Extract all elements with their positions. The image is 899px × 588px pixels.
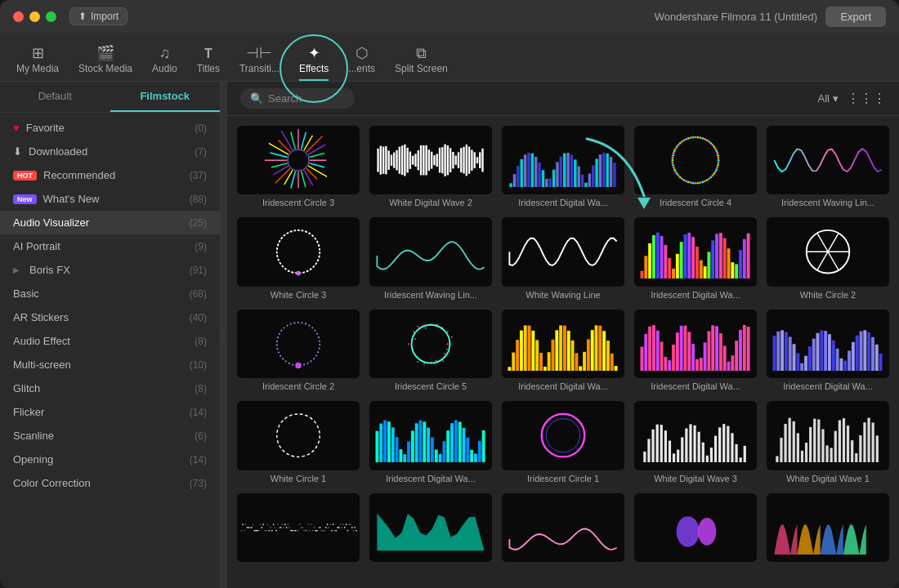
sidebar-item-opening[interactable]: Opening (14) (0, 448, 220, 471)
effect-card-13[interactable]: Iridescent Digital Wa... (502, 310, 624, 391)
favorite-label: Favorite (26, 122, 65, 134)
sidebar-item-recommended[interactable]: HOT Recommended (37) (0, 163, 220, 187)
tab-default[interactable]: Default (0, 82, 110, 112)
sidebar-item-ar-stickers[interactable]: AR Stickers (40) (0, 305, 220, 329)
svg-rect-240 (555, 330, 558, 371)
svg-rect-434 (288, 527, 289, 528)
effect-card-7[interactable]: Iridescent Waving Lin... (369, 217, 492, 299)
effect-card-11[interactable]: Iridescent Circle 2 (237, 310, 360, 391)
effect-card-4[interactable]: Iridescent Circle 4 (634, 126, 757, 207)
sidebar-item-audio-effect[interactable]: Audio Effect (8) (0, 329, 220, 353)
minimize-button[interactable] (29, 11, 40, 22)
sidebar-item-glitch[interactable]: Glitch (8) (0, 376, 220, 400)
search-box[interactable]: 🔍 Search (240, 88, 355, 109)
svg-rect-472 (344, 527, 345, 528)
nav-stock-media[interactable]: 🎬 Stock Media (78, 46, 132, 81)
effect-label-13: Iridescent Digital Wa... (502, 381, 624, 391)
grid-view-button[interactable]: ⋮⋮⋮ (847, 91, 886, 106)
svg-rect-467 (337, 527, 338, 528)
nav-elements[interactable]: ⬡ ...ents (348, 46, 375, 81)
sidebar-item-flicker[interactable]: Flicker (14) (0, 400, 220, 424)
sidebar-item-basic[interactable]: Basic (68) (0, 282, 220, 305)
import-button[interactable]: ⬆ Import (69, 7, 127, 25)
effect-card-8[interactable]: White Waving Line (502, 217, 624, 299)
svg-rect-370 (731, 433, 733, 462)
svg-rect-385 (817, 420, 820, 462)
svg-rect-410 (254, 530, 255, 531)
svg-rect-463 (331, 530, 332, 531)
svg-rect-447 (308, 523, 309, 524)
effect-thumbnail-16 (237, 401, 360, 470)
maximize-button[interactable] (46, 11, 56, 22)
svg-rect-351 (651, 430, 654, 462)
effect-card-24[interactable] (634, 493, 757, 565)
effect-thumbnail-17 (369, 401, 492, 470)
effect-card-17[interactable]: Iridescent Digital Wa... (369, 401, 492, 483)
nav-titles[interactable]: T Titles (197, 47, 220, 81)
sidebar-item-whats-new[interactable]: New What's New (88) (0, 187, 220, 211)
svg-rect-470 (342, 527, 342, 528)
sidebar-item-downloaded[interactable]: ⬇ Downloaded (7) (0, 140, 220, 163)
svg-rect-63 (474, 152, 476, 168)
sidebar-item-color-correction[interactable]: Color Correction (73) (0, 471, 220, 495)
effect-thumbnail-2 (369, 126, 492, 194)
svg-rect-268 (684, 325, 687, 370)
effect-card-12[interactable]: Iridescent Circle 5 (369, 310, 492, 391)
nav-audio[interactable]: ♫ Audio (152, 46, 177, 81)
effect-card-9[interactable]: Iridescent Digital Wa... (634, 217, 757, 299)
nav-split-screen[interactable]: ⧉ Split Screen (395, 46, 448, 81)
effect-card-21[interactable] (237, 493, 360, 565)
effect-card-16[interactable]: White Circle 1 (237, 401, 360, 483)
tab-filmstock[interactable]: Filmstock (110, 82, 221, 112)
svg-rect-482 (502, 493, 624, 562)
effect-card-6[interactable]: White Circle 3 (237, 217, 360, 299)
sidebar-item-multi-screen[interactable]: Multi-screen (10) (0, 353, 220, 376)
search-placeholder: Search (268, 92, 302, 105)
import-label: Import (91, 11, 119, 22)
effect-card-15[interactable]: Iridescent Digital Wa... (767, 310, 889, 391)
svg-point-144 (695, 136, 697, 139)
effect-label-14: Iridescent Digital Wa... (634, 381, 757, 391)
effect-card-14[interactable]: Iridescent Digital Wa... (634, 310, 757, 391)
sidebar-item-boris-fx[interactable]: ▶ Boris FX (91) (0, 258, 220, 282)
effect-thumbnail-4 (634, 126, 757, 194)
sidebar-item-audio-visualizer[interactable]: Audio Visualizer (25) (0, 211, 220, 234)
close-button[interactable] (13, 11, 24, 22)
effect-card-1[interactable]: Iridescent Circle 3 (237, 126, 360, 207)
effect-card-3[interactable]: Iridescent Digital Wa... (502, 126, 624, 207)
sidebar-item-ai-portrait[interactable]: AI Portrait (9) (0, 234, 220, 258)
svg-rect-91 (592, 166, 594, 187)
svg-point-141 (687, 137, 690, 140)
svg-point-162 (296, 271, 301, 276)
nav-effects[interactable]: ✦ Effects (299, 46, 329, 81)
sidebar-item-scanline[interactable]: Scanline (6) (0, 424, 220, 448)
nav-my-media[interactable]: ⊞ My Media (16, 46, 59, 81)
effect-card-18[interactable]: Iridescent Circle 1 (502, 401, 624, 483)
svg-rect-453 (316, 530, 317, 531)
svg-rect-422 (271, 530, 272, 531)
effect-card-10[interactable]: White Circle 2 (767, 217, 889, 299)
boris-fx-label: Boris FX (29, 264, 70, 276)
svg-rect-329 (423, 421, 426, 462)
svg-rect-41 (414, 154, 416, 167)
nav-transitions[interactable]: ⊣⊢ Transiti... (239, 46, 280, 81)
elements-label: ...ents (348, 63, 375, 74)
effect-card-25[interactable] (767, 493, 889, 565)
svg-point-154 (714, 148, 717, 150)
effect-card-19[interactable]: White Digital Wave 3 (634, 401, 757, 483)
effect-thumbnail-3 (502, 126, 624, 194)
effect-card-2[interactable]: White Digital Wave 2 (369, 126, 492, 207)
export-button[interactable]: Export (825, 7, 886, 27)
effect-card-5[interactable]: Iridescent Waving Lin... (767, 126, 889, 207)
sidebar-item-favorite[interactable]: ♥ Favorite (0) (0, 116, 220, 140)
svg-rect-376 (780, 438, 782, 462)
all-dropdown[interactable]: All ▾ (818, 92, 839, 105)
svg-point-140 (685, 138, 687, 140)
effect-card-22[interactable] (369, 493, 492, 565)
svg-rect-288 (780, 330, 784, 371)
effect-card-23[interactable] (502, 493, 624, 565)
effect-card-20[interactable]: White Digital Wave 1 (767, 401, 889, 483)
svg-rect-299 (824, 331, 827, 371)
svg-rect-340 (466, 438, 469, 462)
resize-handle[interactable]: ⋮ (221, 82, 227, 588)
